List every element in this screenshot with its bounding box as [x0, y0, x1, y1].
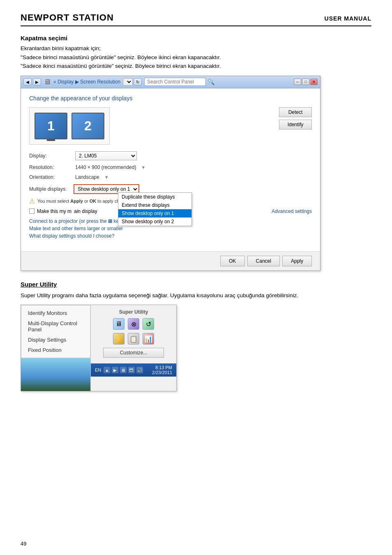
- orientation-label: Orientation:: [29, 174, 70, 180]
- su-icon-3[interactable]: ↺: [143, 318, 154, 330]
- back-button[interactable]: ◀: [23, 78, 32, 86]
- su-taskbar-left: EN ▲ ▶ 🖥 🗔 🔊: [95, 367, 143, 373]
- su-fixed-position[interactable]: Fixed Position: [21, 345, 90, 355]
- page-number: 49: [21, 541, 26, 547]
- su-icon-5[interactable]: 📋: [128, 333, 139, 345]
- warning-icon: ⚠: [29, 197, 35, 205]
- super-utility-para: Super Utility programı daha fazla uygula…: [21, 291, 371, 300]
- section-title: Kapatma seçimi: [21, 35, 371, 42]
- display-label: Display:: [29, 153, 70, 159]
- super-utility-title: Super Utility: [21, 281, 371, 288]
- monitor-1[interactable]: 1: [35, 113, 67, 139]
- su-menu: Identify Monitors Multi-Display Control …: [21, 305, 91, 391]
- breadcrumb: « Display ▶ Screen Resolution: [53, 79, 120, 85]
- tray-icon-4: 🗔: [128, 367, 135, 373]
- page-subtitle: USER MANUAL: [325, 15, 371, 22]
- taskbar-date: 2/23/2011: [152, 370, 172, 375]
- displays-row: 1 2 Detect Identify: [29, 107, 312, 145]
- tray-icon-3: 🖥: [120, 367, 127, 373]
- cp-main-content: Change the appearance of your displays 1…: [21, 88, 320, 251]
- detect-button[interactable]: Detect: [279, 107, 312, 117]
- resolution-label: Resolution:: [29, 164, 70, 170]
- address-dropdown[interactable]: [123, 78, 133, 86]
- su-icon-2[interactable]: ⊗: [128, 318, 139, 330]
- su-popup-title: Super Utility: [95, 309, 172, 315]
- forward-button[interactable]: ▶: [33, 78, 41, 86]
- su-taskbar: EN ▲ ▶ 🖥 🗔 🔊 8:13 PM 2/23/2011: [91, 363, 176, 377]
- cancel-button[interactable]: Cancel: [247, 256, 280, 266]
- section-para1: Ekranlardan birini kapatmak için; "Sadec…: [21, 44, 371, 71]
- minimize-button[interactable]: ─: [294, 79, 301, 85]
- tray-icon-2: ▶: [112, 367, 118, 373]
- page-header: NEWPORT STATION USER MANUAL: [21, 12, 371, 26]
- su-taskbar-right: 8:13 PM 2/23/2011: [152, 365, 172, 375]
- display-settings-link[interactable]: What display settings should I choose?: [29, 233, 312, 239]
- restore-button[interactable]: □: [302, 79, 309, 85]
- advanced-settings-link[interactable]: Advanced settings: [272, 208, 312, 214]
- change-title: Change the appearance of your displays: [29, 95, 312, 102]
- window-controls: ─ □ ✕: [294, 79, 318, 85]
- su-layout: Identify Monitors Multi-Display Control …: [21, 305, 176, 391]
- su-customize-button[interactable]: Customize...: [103, 348, 164, 358]
- main-display-checkbox[interactable]: [29, 208, 35, 214]
- detect-buttons: Detect Identify: [279, 107, 312, 130]
- page-title: NEWPORT STATION: [21, 12, 114, 23]
- ok-button[interactable]: OK: [220, 256, 245, 266]
- search-icon: 🔍: [208, 79, 214, 85]
- dropdown-item-show1[interactable]: Show desktop only on 1: [118, 209, 191, 217]
- multiple-label: Multiple displays:: [29, 186, 70, 192]
- window-content: Change the appearance of your displays 1…: [21, 88, 320, 271]
- dropdown-item-extend[interactable]: Extend these displays: [118, 201, 191, 209]
- su-display-preview: [21, 358, 90, 391]
- section-kapatma: Kapatma seçimi Ekranlardan birini kapatm…: [21, 35, 371, 71]
- su-icons-row2: ⚡ 📋 📊: [95, 333, 172, 345]
- display-select[interactable]: 2. LM05: [75, 151, 137, 160]
- search-bar: 🔍: [144, 78, 214, 86]
- su-menu-items: Identify Monitors Multi-Display Control …: [21, 305, 90, 358]
- monitor-icon: 🖥: [44, 78, 51, 86]
- dropdown-item-show2[interactable]: Show desktop only on 2: [118, 217, 191, 226]
- tray-icon-1: ▲: [104, 367, 110, 373]
- su-icon-6[interactable]: 📊: [143, 333, 154, 345]
- su-icons-row1: 🖥 ⊗ ↺: [95, 318, 172, 330]
- titlebar: ◀ ▶ 🖥 « Display ▶ Screen Resolution ↻ 🔍: [21, 76, 320, 88]
- identify-button[interactable]: Identify: [279, 120, 312, 130]
- search-input[interactable]: [144, 78, 206, 86]
- section-super-utility: Super Utility Super Utility programı dah…: [21, 281, 371, 300]
- su-icon-1[interactable]: 🖥: [113, 318, 125, 330]
- close-button[interactable]: ✕: [310, 79, 318, 85]
- su-icon-4[interactable]: ⚡: [113, 333, 125, 345]
- address-controls: ↻: [123, 78, 142, 86]
- orientation-value: Landscape: [75, 174, 99, 180]
- multiple-displays-row: Multiple displays: Show desktop only on …: [29, 184, 312, 194]
- orientation-arrow: ▼: [104, 175, 109, 180]
- su-identify-monitors[interactable]: Identify Monitors: [21, 308, 90, 318]
- apply-button[interactable]: Apply: [282, 256, 312, 266]
- multiple-dropdown-container: Show desktop only on 1 Duplicate these d…: [74, 184, 139, 194]
- su-multi-display[interactable]: Multi-Display Control Panel: [21, 318, 90, 335]
- monitor-2[interactable]: 2: [71, 113, 104, 139]
- su-display-settings[interactable]: Display Settings: [21, 335, 90, 345]
- main-display-text: ain display: [74, 208, 97, 214]
- text-size-link[interactable]: Make text and other items larger or smal…: [29, 226, 312, 231]
- super-utility-window: Identify Monitors Multi-Display Control …: [21, 305, 177, 391]
- dropdown-menu: Duplicate these displays Extend these di…: [118, 192, 192, 226]
- control-panel-window: ◀ ▶ 🖥 « Display ▶ Screen Resolution ↻ 🔍: [21, 76, 321, 271]
- su-popup: Super Utility 🖥 ⊗ ↺ ⚡ 📋 📊 Customize...: [91, 305, 176, 363]
- resolution-row: Resolution: 1440 × 900 (recommended) ▼: [29, 164, 312, 170]
- taskbar-time: 8:13 PM: [155, 365, 172, 370]
- titlebar-left: ◀ ▶ 🖥 « Display ▶ Screen Resolution ↻ 🔍: [23, 78, 294, 86]
- refresh-button[interactable]: ↻: [134, 78, 142, 86]
- monitors-container: 1 2: [29, 107, 110, 145]
- orientation-row: Orientation: Landscape ▼: [29, 174, 312, 180]
- make-this-label: Make this my m: [37, 208, 71, 214]
- resolution-arrow: ▼: [141, 165, 145, 170]
- dropdown-item-duplicate[interactable]: Duplicate these displays: [118, 193, 191, 201]
- resolution-value: 1440 × 900 (recommended): [75, 164, 136, 170]
- footer: OK Cancel Apply: [21, 251, 320, 271]
- nav-buttons: ◀ ▶: [23, 78, 41, 86]
- display-row: Display: 2. LM05: [29, 151, 312, 160]
- taskbar-lang: EN: [95, 368, 101, 372]
- su-tray-icons: ▲ ▶ 🖥 🗔 🔊: [104, 367, 143, 373]
- su-popup-area: Super Utility 🖥 ⊗ ↺ ⚡ 📋 📊 Customize...: [91, 305, 176, 391]
